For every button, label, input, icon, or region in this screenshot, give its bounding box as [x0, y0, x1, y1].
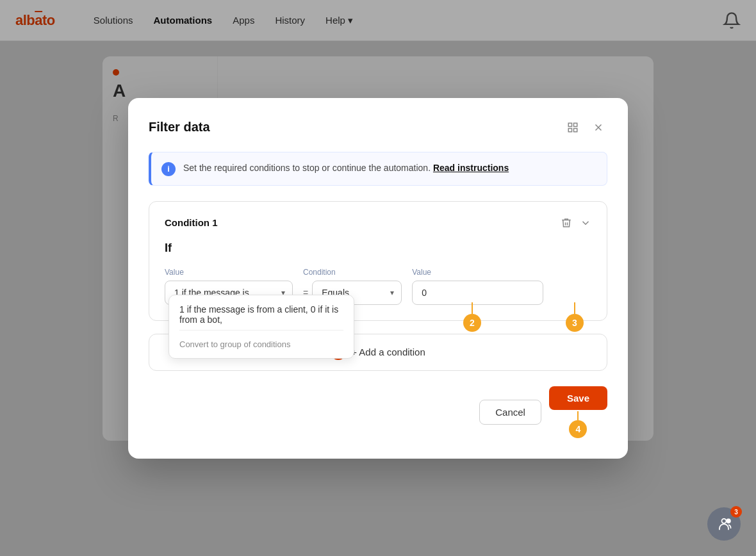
badge-2-line [472, 302, 473, 314]
tooltip-popup: 1 if the message is from a client, 0 if … [168, 295, 354, 359]
svg-rect-3 [574, 128, 577, 131]
expand-button[interactable] [564, 119, 582, 136]
read-instructions-link[interactable]: Read instructions [433, 163, 509, 173]
tooltip-text: 1 if the message is from a client, 0 if … [179, 304, 338, 325]
badge-2-container: 2 [463, 302, 481, 332]
value-label-1: Value [165, 268, 293, 277]
expand-condition-button[interactable] [580, 217, 591, 229]
info-text: Set the required conditions to stop or c… [183, 161, 509, 175]
filter-data-modal: Filter data i Set the required condition… [128, 98, 628, 459]
save-button[interactable]: Save [549, 386, 607, 410]
modal-header-icons [564, 119, 607, 136]
svg-point-7 [727, 519, 730, 523]
badge-4: 4 [569, 420, 587, 438]
badge-3-container: 3 [566, 302, 584, 332]
add-condition-label: + Add a condition [351, 347, 425, 357]
condition-label: Condition [303, 268, 402, 277]
badge-3: 3 [566, 314, 584, 332]
expand-icon [567, 122, 579, 133]
modal-title: Filter data [149, 120, 210, 135]
info-icon: i [161, 162, 176, 176]
svg-point-6 [722, 519, 727, 523]
close-icon [593, 122, 604, 133]
value-input-field-group: Value 0 [412, 268, 543, 305]
chevron-down-icon [580, 217, 591, 229]
badge-2: 2 [463, 314, 481, 332]
badge-3-line [574, 302, 575, 314]
help-people-icon [715, 515, 733, 533]
condition-actions [561, 217, 591, 229]
modal-footer: Cancel Save 4 [149, 386, 607, 438]
modal-overlay: Filter data i Set the required condition… [0, 0, 756, 556]
info-banner: i Set the required conditions to stop or… [149, 152, 607, 186]
value-label-3: Value [412, 268, 543, 277]
svg-rect-1 [574, 123, 577, 126]
badge-4-line [577, 411, 579, 420]
condition-header: Condition 1 [165, 217, 591, 229]
if-label: If [165, 241, 591, 255]
trash-icon [561, 217, 572, 229]
svg-rect-0 [568, 123, 571, 126]
condition-card: Condition 1 If [149, 201, 607, 321]
delete-condition-button[interactable] [561, 217, 572, 229]
convert-link[interactable]: Convert to group of conditions [179, 339, 343, 349]
modal-header: Filter data [149, 119, 607, 136]
svg-rect-2 [568, 128, 571, 131]
close-button[interactable] [589, 119, 607, 136]
help-fab-badge: 3 [730, 506, 742, 518]
help-fab[interactable]: 3 [707, 507, 741, 541]
condition-title: Condition 1 [165, 217, 218, 228]
value-input[interactable]: 0 [412, 281, 543, 305]
badge-4-container: 4 [569, 411, 587, 438]
cancel-button[interactable]: Cancel [479, 400, 541, 425]
